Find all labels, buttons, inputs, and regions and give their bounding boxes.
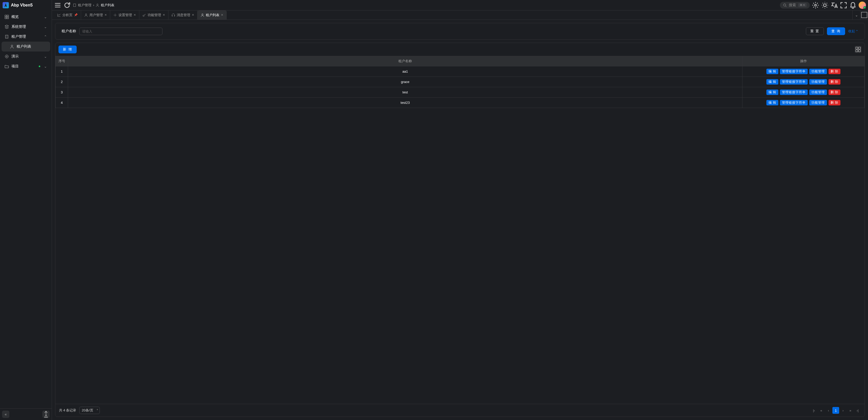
table-row: 3 test 编 辑 管理链接字符串 功能管理 删 除: [56, 87, 865, 97]
page-number[interactable]: 1: [832, 407, 839, 414]
reset-button[interactable]: 重 置: [806, 27, 824, 35]
svg-rect-20: [856, 50, 858, 52]
tab-users[interactable]: 用户管理 ✕: [81, 10, 110, 20]
sidebar-item-tenant[interactable]: 租户管理 ⌃: [2, 32, 50, 41]
breadcrumb-parent[interactable]: 租户管理: [78, 3, 91, 7]
sidebar-item-label: 租户管理: [11, 34, 26, 39]
table-settings-button[interactable]: [855, 46, 862, 53]
tab-features[interactable]: 功能管理 ✕: [139, 10, 168, 20]
feat-button[interactable]: 功能管理: [809, 79, 827, 85]
close-icon[interactable]: ✕: [104, 13, 107, 17]
svg-rect-1: [7, 15, 8, 17]
delete-button[interactable]: 删 除: [829, 79, 840, 85]
svg-point-9: [97, 4, 98, 5]
tab-label: 设置管理: [119, 13, 132, 18]
cell-idx: 4: [56, 97, 68, 108]
add-button[interactable]: 新 增: [59, 46, 77, 53]
prev-page-button[interactable]: ‹: [825, 407, 832, 414]
page-size-select[interactable]: 20条/页: [79, 407, 99, 414]
svg-rect-2: [5, 17, 6, 19]
collapse-filter-button[interactable]: 收起 ⌃: [848, 29, 858, 34]
sidebar-item-project[interactable]: 项目 ⌄: [2, 61, 50, 71]
search-kbd: ⌘ K: [798, 3, 807, 7]
conn-button[interactable]: 管理链接字符串: [780, 100, 808, 105]
search-icon: [783, 3, 787, 7]
filter-name-input[interactable]: [79, 28, 162, 35]
chevron-up-icon: ⌃: [856, 29, 858, 33]
tab-settings[interactable]: 设置管理 ✕: [110, 10, 139, 20]
tab-tenant-list[interactable]: 租户列表 ✕: [197, 10, 227, 20]
search-button[interactable]: 搜索 ⌘ K: [780, 2, 810, 8]
avatar[interactable]: [859, 2, 866, 9]
svg-point-13: [85, 13, 87, 15]
refresh-button[interactable]: [63, 2, 71, 9]
svg-rect-17: [862, 12, 867, 18]
conn-button[interactable]: 管理链接字符串: [780, 69, 808, 74]
total-text: 共 4 条记录: [59, 408, 76, 413]
pin-button[interactable]: [42, 411, 50, 418]
chart-icon: [57, 13, 61, 17]
delete-button[interactable]: 删 除: [829, 89, 840, 95]
tabs-maximize-button[interactable]: [860, 10, 868, 20]
tab-messages[interactable]: 消息管理 ✕: [168, 10, 197, 20]
chevron-down-icon: ⌄: [44, 25, 47, 29]
language-button[interactable]: [831, 2, 838, 9]
logo-text: Abp Vben5: [11, 3, 33, 7]
conn-button[interactable]: 管理链接字符串: [780, 89, 808, 95]
feat-button[interactable]: 功能管理: [809, 89, 827, 95]
svg-point-6: [5, 55, 8, 58]
feat-button[interactable]: 功能管理: [809, 100, 827, 105]
tabs-dropdown-button[interactable]: ⌄: [852, 10, 860, 20]
svg-rect-0: [5, 15, 6, 17]
header: 租户管理 › 租户列表 搜索 ⌘ K: [52, 0, 868, 10]
edit-button[interactable]: 编 辑: [766, 100, 778, 105]
settings-button[interactable]: [812, 2, 819, 9]
svg-point-14: [115, 15, 116, 16]
next-jump-button[interactable]: »: [847, 407, 854, 414]
svg-rect-18: [856, 47, 858, 49]
cell-name: grace: [68, 77, 742, 87]
edit-button[interactable]: 编 辑: [766, 79, 778, 85]
theme-button[interactable]: [821, 2, 829, 9]
svg-point-5: [11, 45, 13, 47]
close-icon[interactable]: ✕: [192, 13, 194, 17]
chevron-up-icon: ⌃: [44, 35, 47, 39]
sidebar-item-demo[interactable]: 演示 ⌄: [2, 52, 50, 61]
table-row: 4 test23 编 辑 管理链接字符串 功能管理 删 除: [56, 97, 865, 108]
collapse-sidebar-button[interactable]: «: [2, 411, 9, 418]
sidebar-item-tenant-list[interactable]: 租户列表: [2, 41, 50, 52]
feat-button[interactable]: 功能管理: [809, 69, 827, 74]
svg-point-12: [824, 4, 827, 6]
grid-icon: [5, 15, 9, 19]
cell-ops: 编 辑 管理链接字符串 功能管理 删 除: [742, 87, 865, 97]
notifications-button[interactable]: [849, 2, 857, 9]
gear-icon: [113, 13, 117, 17]
target-icon: [5, 54, 9, 59]
logo[interactable]: Abp Vben5: [0, 0, 52, 10]
headphones-icon: [172, 13, 175, 17]
menu-toggle-button[interactable]: [54, 2, 61, 9]
delete-button[interactable]: 删 除: [829, 69, 840, 74]
sidebar-item-system[interactable]: 系统管理 ⌄: [2, 22, 50, 32]
sidebar-item-overview[interactable]: 概览 ⌄: [2, 12, 50, 22]
close-icon[interactable]: ✕: [133, 13, 136, 17]
edit-button[interactable]: 编 辑: [766, 69, 778, 74]
close-icon[interactable]: ✕: [221, 13, 223, 17]
delete-button[interactable]: 删 除: [829, 100, 840, 105]
user-icon: [10, 45, 14, 49]
svg-rect-3: [7, 17, 8, 19]
prev-jump-button[interactable]: «: [818, 407, 825, 414]
close-icon[interactable]: ✕: [163, 13, 165, 17]
tab-label: 消息管理: [177, 13, 190, 18]
fullscreen-button[interactable]: [840, 2, 847, 9]
conn-button[interactable]: 管理链接字符串: [780, 79, 808, 85]
col-header-name: 租户名称: [68, 56, 742, 66]
edit-button[interactable]: 编 辑: [766, 89, 778, 95]
next-page-button[interactable]: ›: [840, 407, 846, 414]
last-page-button[interactable]: ›|: [854, 407, 861, 414]
tab-analytics[interactable]: 分析页 📌: [54, 10, 81, 20]
query-button[interactable]: 查 询: [827, 27, 845, 35]
first-page-button[interactable]: |‹: [811, 407, 817, 414]
svg-point-16: [202, 13, 203, 15]
chevron-down-icon: ⌄: [44, 64, 47, 68]
